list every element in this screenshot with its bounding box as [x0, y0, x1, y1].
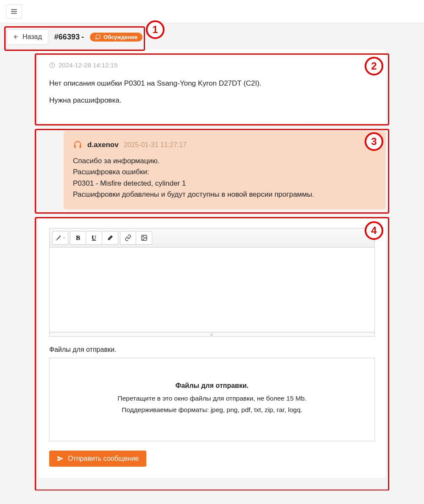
file-dropzone[interactable]: Файлы для отправки. Перетащите в это окн… [49, 358, 375, 441]
chat-icon [95, 34, 101, 40]
ticket-dash: - [81, 33, 84, 42]
status-label: Обсуждение [103, 34, 137, 40]
reply-author: d.axenov [87, 141, 119, 149]
caret-down-icon [62, 236, 66, 239]
editor-bold-button[interactable]: B [70, 231, 86, 245]
editor-underline-button[interactable]: U [86, 231, 102, 245]
reply-line: P0301 - Misfire detected, cylinder 1 [73, 178, 377, 189]
image-icon [141, 234, 148, 241]
bold-icon: B [76, 234, 80, 242]
editor-erase-button[interactable] [102, 231, 118, 245]
editor-link-button[interactable] [120, 231, 136, 245]
editor-resize-handle[interactable]: ≡ [49, 332, 375, 337]
dropzone-title: Файлы для отправки. [58, 382, 366, 390]
back-button[interactable]: Назад [7, 29, 48, 45]
composer-card: B U ≡ Файлы для отправки. [38, 217, 386, 478]
eraser-icon [107, 234, 114, 241]
files-section-label: Файлы для отправки. [49, 346, 375, 354]
page-header: Назад #66393 - Обсуждение [0, 23, 424, 50]
svg-point-6 [142, 237, 143, 237]
reply-header: d.axenov 2025-01-31 11:27:17 [73, 140, 377, 150]
reply-line: Расшифровка ошибки: [73, 167, 377, 178]
post-line: Нет описания ошибки P0301 на Ssang-Yong … [49, 78, 375, 89]
link-icon [125, 234, 131, 241]
editor-image-button[interactable] [136, 231, 152, 245]
status-badge: Обсуждение [90, 33, 142, 42]
send-label: Отправить сообщение [68, 455, 139, 462]
post-line: Нужна расшифровка. [49, 95, 375, 106]
ticket-id: #66393 [54, 33, 80, 42]
underline-icon: U [92, 234, 96, 242]
back-label: Назад [22, 33, 42, 41]
dropzone-instruction: Перетащите в это окно файлы для отправки… [58, 393, 366, 404]
paper-plane-icon [57, 455, 64, 462]
top-bar [0, 0, 424, 23]
magic-wand-icon [55, 234, 61, 241]
reply-timestamp: 2025-01-31 11:27:17 [124, 141, 187, 149]
menu-toggle-button[interactable] [6, 4, 22, 19]
editor-toolbar: B U [50, 228, 374, 248]
message-editor[interactable] [49, 248, 375, 332]
reply-line: Спасибо за информацию. [73, 156, 377, 167]
reply-card: d.axenov 2025-01-31 11:27:17 Спасибо за … [64, 131, 386, 209]
dropzone-formats: Поддерживаемые форматы: jpeg, png, pdf, … [58, 404, 366, 415]
arrow-left-icon [13, 34, 19, 40]
post-timestamp: 2024-12-28 14:12:15 [59, 61, 117, 69]
headset-icon [73, 140, 82, 150]
post-meta: 2024-12-28 14:12:15 [49, 61, 375, 69]
reply-wrap: d.axenov 2025-01-31 11:27:17 Спасибо за … [38, 131, 386, 209]
editor-toolbar-wrap: B U [49, 228, 375, 248]
editor-style-button[interactable] [52, 231, 68, 245]
reply-body: Спасибо за информацию. Расшифровка ошибк… [73, 156, 377, 200]
clock-icon [49, 62, 55, 68]
post-body: Нет описания ошибки P0301 на Ssang-Yong … [49, 78, 375, 106]
hamburger-icon [10, 8, 18, 15]
reply-line: Расшифровки добавлены и будут доступны в… [73, 189, 377, 200]
original-post-card: 2024-12-28 14:12:15 Нет описания ошибки … [38, 50, 386, 123]
send-message-button[interactable]: Отправить сообщение [49, 451, 146, 467]
